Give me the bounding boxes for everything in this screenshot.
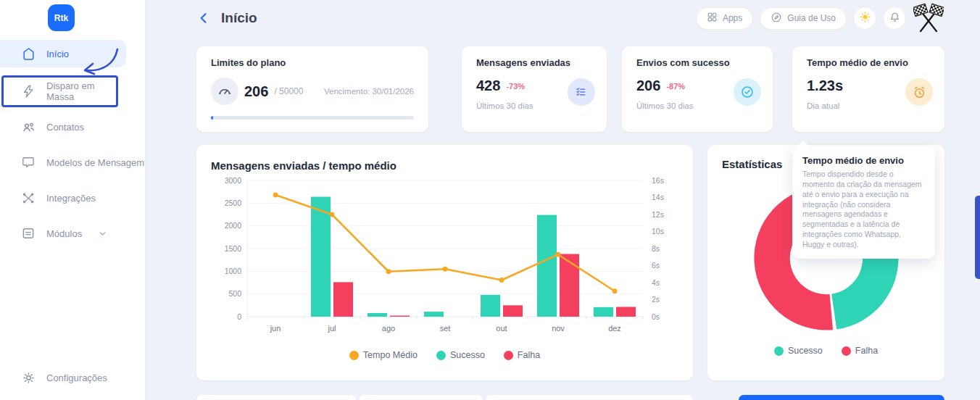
legend-item[interactable]: Falha xyxy=(842,346,878,356)
checklist-icon xyxy=(568,78,595,106)
svg-text:12s: 12s xyxy=(652,210,664,219)
sidebar-item-label: Integrações xyxy=(46,193,96,204)
svg-text:1500: 1500 xyxy=(225,244,242,253)
svg-text:2s: 2s xyxy=(652,295,660,304)
svg-text:jun: jun xyxy=(270,324,281,333)
app-logo[interactable]: Rtk xyxy=(48,4,75,31)
module-icon xyxy=(20,225,36,241)
card-title: Limites do plano xyxy=(211,57,414,68)
svg-text:nov: nov xyxy=(552,324,565,333)
pen-circle-icon xyxy=(771,12,782,25)
svg-text:8s: 8s xyxy=(652,244,660,253)
legend-dot xyxy=(349,351,359,360)
svg-text:4s: 4s xyxy=(652,278,660,287)
successful-sends-card: Envios com sucesso 206 -87% Últimos 30 d… xyxy=(622,46,773,132)
lightning-icon xyxy=(20,83,36,99)
plan-limits-card: Limites do plano 206 / 50000 Vencimento:… xyxy=(196,46,428,132)
usage-guide-label: Guia de Uso xyxy=(787,13,836,23)
chat-icon xyxy=(20,154,36,170)
integration-icon xyxy=(20,190,36,206)
stats-row: Limites do plano 206 / 50000 Vencimento:… xyxy=(196,46,944,132)
sidebar-item-integracoes[interactable]: Integrações xyxy=(0,184,145,212)
partial-primary-button[interactable] xyxy=(739,395,944,400)
partial-card xyxy=(486,395,693,400)
sun-icon xyxy=(859,11,871,25)
partial-card xyxy=(359,395,483,400)
svg-text:3000: 3000 xyxy=(225,176,242,185)
plan-used-value: 206 xyxy=(244,83,268,100)
legend-label: Tempo Médio xyxy=(363,350,418,360)
legend-item[interactable]: Sucesso xyxy=(774,346,823,356)
sidebar-item-disparo-em-massa[interactable]: Disparo em Massa xyxy=(1,75,118,107)
legend-item[interactable]: Tempo Médio xyxy=(349,350,418,360)
svg-text:16s: 16s xyxy=(652,176,664,185)
bell-icon xyxy=(889,11,901,25)
svg-text:2500: 2500 xyxy=(225,199,242,207)
sidebar-item-label: Modelos de Mensagem xyxy=(46,157,144,168)
svg-text:set: set xyxy=(440,324,451,333)
legend-label: Sucesso xyxy=(788,346,823,356)
legend-item[interactable]: Sucesso xyxy=(436,350,485,360)
legend-dot xyxy=(504,351,513,360)
scrollbar-thumb[interactable] xyxy=(975,196,980,279)
partial-card xyxy=(196,395,356,400)
chart-legend: SucessoFalha xyxy=(722,346,930,356)
legend-label: Sucesso xyxy=(450,350,485,360)
alarm-clock-icon xyxy=(905,78,933,106)
card-title: Tempo médio de envio xyxy=(807,57,930,68)
people-icon xyxy=(20,119,36,135)
apps-button-label: Apps xyxy=(723,13,742,23)
messages-chart-card: Mensagens enviadas / tempo médio 0500100… xyxy=(196,145,693,380)
theme-toggle-button[interactable] xyxy=(853,7,876,30)
finish-flags-icon[interactable] xyxy=(913,2,944,34)
svg-text:0: 0 xyxy=(237,312,241,321)
svg-text:0s: 0s xyxy=(652,312,660,321)
legend-label: Falha xyxy=(518,350,540,360)
card-title: Mensagens enviadas xyxy=(476,57,592,68)
sidebar-item-modelos-de-mensagem[interactable]: Modelos de Mensagem xyxy=(0,149,145,176)
back-button[interactable] xyxy=(196,10,212,26)
legend-item[interactable]: Falha xyxy=(504,350,540,360)
svg-text:dez: dez xyxy=(608,324,621,333)
gear-icon xyxy=(20,370,36,386)
sidebar-nav: Início Disparo em Massa Contatos Modelos… xyxy=(0,40,145,247)
avg-send-time-value: 1.23s xyxy=(807,78,843,94)
home-icon xyxy=(20,46,36,62)
apps-button[interactable]: Apps xyxy=(696,7,753,30)
notifications-button[interactable] xyxy=(883,7,906,30)
page-title: Início xyxy=(221,10,257,26)
chart-legend: Tempo MédioSucessoFalha xyxy=(211,350,678,360)
svg-text:1000: 1000 xyxy=(225,267,242,275)
legend-dot xyxy=(436,351,446,360)
topbar: Início Apps Guia de Uso xyxy=(196,0,944,36)
chevron-down-icon xyxy=(98,229,107,238)
sidebar-item-modulos[interactable]: Módulos xyxy=(0,220,145,247)
plan-usage-progress xyxy=(211,116,414,120)
sidebar-item-label: Início xyxy=(46,49,69,59)
sidebar: Rtk Início Disparo em Massa Contatos xyxy=(0,0,146,400)
sidebar-item-label: Configurações xyxy=(46,372,107,383)
bottom-row xyxy=(196,395,944,400)
sidebar-item-contatos[interactable]: Contatos xyxy=(0,113,145,141)
svg-text:500: 500 xyxy=(228,289,241,298)
svg-text:ago: ago xyxy=(382,324,395,333)
svg-text:out: out xyxy=(496,324,507,333)
bar-line-chart: 0500100015002000250030000s2s4s6s8s10s12s… xyxy=(211,172,678,344)
legend-dot xyxy=(774,346,784,356)
usage-guide-button[interactable]: Guia de Uso xyxy=(760,7,847,30)
avg-send-time-card: Tempo médio de envio 1.23s Dia atual xyxy=(792,46,944,132)
sidebar-item-configuracoes[interactable]: Configurações xyxy=(0,364,145,391)
tooltip-body: Tempo dispendido desde o momento da cria… xyxy=(802,170,925,250)
tooltip-title: Tempo médio de envio xyxy=(802,155,925,166)
card-title: Envios com sucesso xyxy=(636,57,758,68)
gauge-icon xyxy=(211,78,238,105)
plan-total-value: / 50000 xyxy=(274,86,303,96)
successful-sends-delta: -87% xyxy=(666,82,685,91)
svg-text:2000: 2000 xyxy=(225,221,242,230)
sidebar-item-label: Módulos xyxy=(46,228,82,239)
sidebar-item-label: Disparo em Massa xyxy=(46,80,116,102)
avg-send-time-tooltip: Tempo médio de envio Tempo dispendido de… xyxy=(792,146,935,259)
svg-text:jul: jul xyxy=(327,324,336,333)
chart-title: Mensagens enviadas / tempo médio xyxy=(211,159,678,172)
sidebar-item-inicio[interactable]: Início xyxy=(0,40,126,67)
